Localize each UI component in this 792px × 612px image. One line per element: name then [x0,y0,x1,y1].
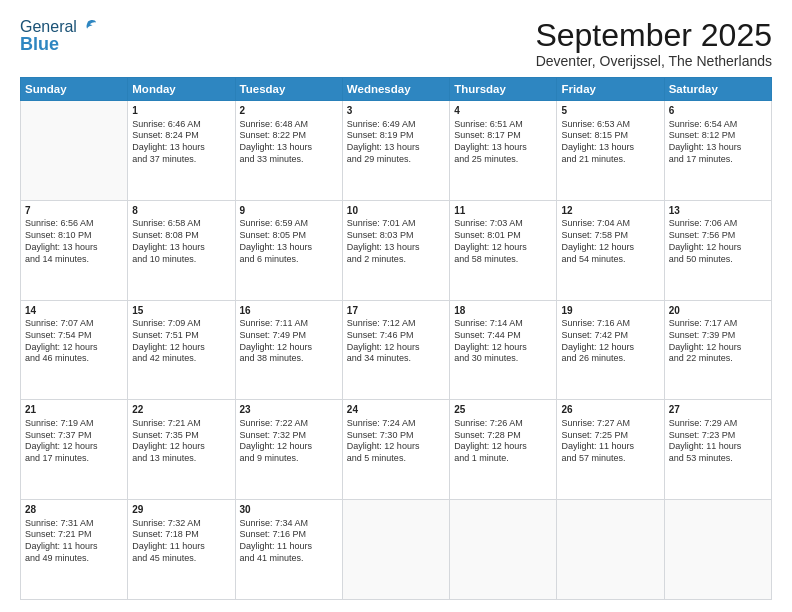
table-row: 23Sunrise: 7:22 AMSunset: 7:32 PMDayligh… [235,400,342,500]
day-detail: Sunset: 7:23 PM [669,430,767,442]
day-detail: Sunset: 7:16 PM [240,529,338,541]
page: General Blue September 2025 Deventer, Ov… [0,0,792,612]
day-detail: and 22 minutes. [669,353,767,365]
calendar-table: Sunday Monday Tuesday Wednesday Thursday… [20,77,772,600]
table-row: 28Sunrise: 7:31 AMSunset: 7:21 PMDayligh… [21,500,128,600]
day-detail: and 42 minutes. [132,353,230,365]
col-monday: Monday [128,78,235,101]
day-detail: Sunrise: 6:51 AM [454,119,552,131]
day-detail: Sunrise: 6:46 AM [132,119,230,131]
table-row: 27Sunrise: 7:29 AMSunset: 7:23 PMDayligh… [664,400,771,500]
day-number: 10 [347,204,445,218]
day-detail: Sunrise: 6:53 AM [561,119,659,131]
day-detail: and 57 minutes. [561,453,659,465]
table-row: 26Sunrise: 7:27 AMSunset: 7:25 PMDayligh… [557,400,664,500]
col-tuesday: Tuesday [235,78,342,101]
day-detail: Sunset: 7:56 PM [669,230,767,242]
day-detail: Sunrise: 7:14 AM [454,318,552,330]
table-row: 4Sunrise: 6:51 AMSunset: 8:17 PMDaylight… [450,101,557,201]
calendar-week-row: 28Sunrise: 7:31 AMSunset: 7:21 PMDayligh… [21,500,772,600]
day-detail: Sunrise: 7:07 AM [25,318,123,330]
table-row: 11Sunrise: 7:03 AMSunset: 8:01 PMDayligh… [450,200,557,300]
day-detail: Sunset: 8:10 PM [25,230,123,242]
day-detail: Daylight: 13 hours [454,142,552,154]
day-detail: Daylight: 12 hours [347,441,445,453]
day-detail: and 26 minutes. [561,353,659,365]
day-detail: Sunset: 8:01 PM [454,230,552,242]
table-row: 18Sunrise: 7:14 AMSunset: 7:44 PMDayligh… [450,300,557,400]
table-row: 21Sunrise: 7:19 AMSunset: 7:37 PMDayligh… [21,400,128,500]
day-detail: Sunrise: 6:59 AM [240,218,338,230]
day-detail: Sunrise: 7:24 AM [347,418,445,430]
day-number: 1 [132,104,230,118]
table-row: 3Sunrise: 6:49 AMSunset: 8:19 PMDaylight… [342,101,449,201]
day-detail: Daylight: 12 hours [454,342,552,354]
table-row: 17Sunrise: 7:12 AMSunset: 7:46 PMDayligh… [342,300,449,400]
day-number: 22 [132,403,230,417]
day-number: 16 [240,304,338,318]
day-detail: Sunset: 7:21 PM [25,529,123,541]
day-detail: Sunrise: 7:09 AM [132,318,230,330]
day-detail: Sunset: 7:46 PM [347,330,445,342]
day-detail: Sunrise: 7:31 AM [25,518,123,530]
day-detail: and 37 minutes. [132,154,230,166]
day-detail: Daylight: 13 hours [561,142,659,154]
day-detail: Sunrise: 7:17 AM [669,318,767,330]
day-detail: Daylight: 11 hours [669,441,767,453]
day-detail: Sunrise: 7:21 AM [132,418,230,430]
day-detail: Daylight: 12 hours [240,342,338,354]
day-detail: and 25 minutes. [454,154,552,166]
table-row: 14Sunrise: 7:07 AMSunset: 7:54 PMDayligh… [21,300,128,400]
day-detail: and 53 minutes. [669,453,767,465]
day-number: 24 [347,403,445,417]
day-detail: Daylight: 11 hours [132,541,230,553]
day-number: 2 [240,104,338,118]
day-detail: Sunrise: 7:32 AM [132,518,230,530]
day-detail: and 50 minutes. [669,254,767,266]
day-detail: Sunrise: 7:26 AM [454,418,552,430]
day-detail: Sunset: 8:19 PM [347,130,445,142]
day-detail: and 54 minutes. [561,254,659,266]
day-detail: Daylight: 12 hours [240,441,338,453]
day-detail: and 30 minutes. [454,353,552,365]
day-detail: Sunset: 7:35 PM [132,430,230,442]
day-detail: Sunrise: 6:48 AM [240,119,338,131]
day-detail: Sunset: 8:17 PM [454,130,552,142]
day-number: 9 [240,204,338,218]
day-detail: Sunrise: 6:49 AM [347,119,445,131]
day-detail: Daylight: 12 hours [561,242,659,254]
day-detail: Sunrise: 7:29 AM [669,418,767,430]
title-block: September 2025 Deventer, Overijssel, The… [535,18,772,69]
col-wednesday: Wednesday [342,78,449,101]
day-detail: Sunrise: 7:01 AM [347,218,445,230]
day-detail: Daylight: 12 hours [669,342,767,354]
table-row: 8Sunrise: 6:58 AMSunset: 8:08 PMDaylight… [128,200,235,300]
day-number: 11 [454,204,552,218]
calendar-week-row: 14Sunrise: 7:07 AMSunset: 7:54 PMDayligh… [21,300,772,400]
day-detail: Sunrise: 7:27 AM [561,418,659,430]
logo-bird-icon [79,18,97,36]
table-row: 19Sunrise: 7:16 AMSunset: 7:42 PMDayligh… [557,300,664,400]
table-row: 10Sunrise: 7:01 AMSunset: 8:03 PMDayligh… [342,200,449,300]
day-detail: Sunrise: 6:56 AM [25,218,123,230]
table-row: 1Sunrise: 6:46 AMSunset: 8:24 PMDaylight… [128,101,235,201]
day-detail: and 41 minutes. [240,553,338,565]
table-row: 12Sunrise: 7:04 AMSunset: 7:58 PMDayligh… [557,200,664,300]
day-number: 25 [454,403,552,417]
day-detail: Daylight: 13 hours [240,142,338,154]
table-row: 7Sunrise: 6:56 AMSunset: 8:10 PMDaylight… [21,200,128,300]
day-number: 13 [669,204,767,218]
day-number: 26 [561,403,659,417]
day-number: 4 [454,104,552,118]
day-detail: and 10 minutes. [132,254,230,266]
table-row [557,500,664,600]
day-detail: Daylight: 12 hours [132,342,230,354]
table-row: 30Sunrise: 7:34 AMSunset: 7:16 PMDayligh… [235,500,342,600]
day-number: 18 [454,304,552,318]
table-row [664,500,771,600]
day-detail: Daylight: 13 hours [347,242,445,254]
day-number: 19 [561,304,659,318]
day-detail: and 17 minutes. [669,154,767,166]
day-number: 20 [669,304,767,318]
day-detail: Daylight: 12 hours [132,441,230,453]
